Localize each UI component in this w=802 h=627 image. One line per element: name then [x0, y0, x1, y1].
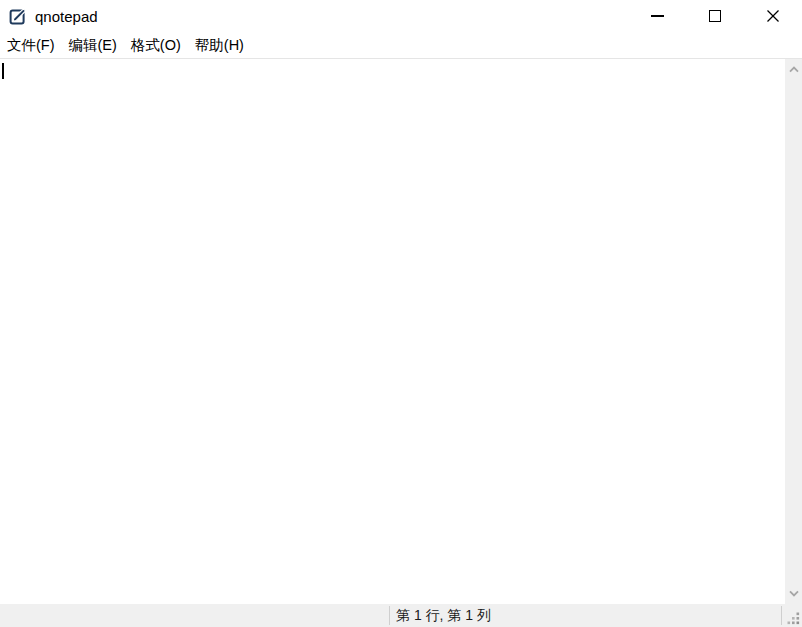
menu-edit[interactable]: 编辑(E): [62, 33, 124, 58]
minimize-button[interactable]: [628, 0, 686, 32]
text-editor-area[interactable]: [0, 59, 802, 604]
edit-pencil-icon: [9, 7, 27, 25]
chevron-down-icon: [789, 590, 799, 597]
close-button[interactable]: [744, 0, 802, 32]
window-controls: [628, 0, 802, 32]
status-separator: [781, 606, 782, 625]
status-bar: 第 1 行, 第 1 列: [0, 604, 802, 627]
scroll-down-button[interactable]: [785, 585, 802, 602]
menu-file[interactable]: 文件(F): [0, 33, 62, 58]
menu-help[interactable]: 帮助(H): [188, 33, 251, 58]
status-separator: [389, 606, 390, 625]
cursor-position-status: 第 1 行, 第 1 列: [396, 604, 491, 627]
menu-bar: 文件(F) 编辑(E) 格式(O) 帮助(H): [0, 32, 802, 59]
window-title: qnotepad: [35, 8, 98, 25]
minimize-icon: [651, 15, 664, 17]
scroll-up-button[interactable]: [785, 61, 802, 78]
close-icon: [766, 9, 780, 23]
maximize-button[interactable]: [686, 0, 744, 32]
menu-format[interactable]: 格式(O): [124, 33, 188, 58]
qnotepad-window: qnotepad 文件(F) 编辑(E) 格式(O) 帮助(H): [0, 0, 802, 627]
maximize-icon: [709, 10, 721, 22]
title-bar: qnotepad: [0, 0, 802, 32]
chevron-up-icon: [789, 66, 799, 73]
vertical-scrollbar[interactable]: [785, 59, 802, 604]
resize-grip[interactable]: [787, 612, 800, 625]
editor-content: [2, 61, 782, 604]
text-caret: [2, 63, 4, 79]
